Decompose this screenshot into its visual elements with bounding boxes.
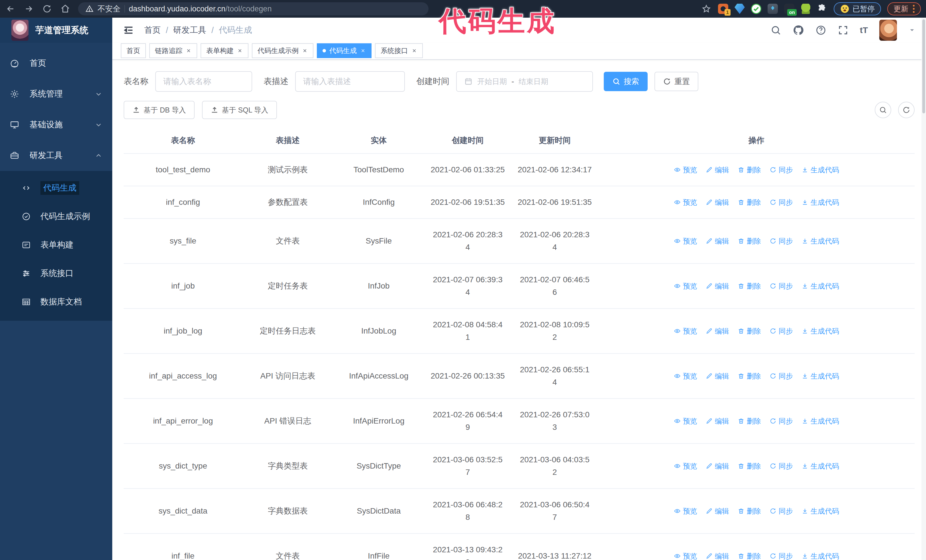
- action-download-link[interactable]: 生成代码: [802, 460, 839, 472]
- ext-icon-gem[interactable]: [735, 4, 745, 14]
- browser-back-icon[interactable]: [5, 3, 16, 14]
- tab-2[interactable]: 链路追踪: [149, 43, 197, 58]
- action-eye-link[interactable]: 预览: [674, 415, 697, 427]
- bookmark-star-icon[interactable]: [701, 3, 712, 14]
- close-icon[interactable]: [360, 48, 366, 54]
- action-trash-link[interactable]: 删除: [738, 415, 761, 427]
- sidebar-subitem-3[interactable]: 表单构建: [0, 231, 112, 259]
- action-pen-link[interactable]: 编辑: [706, 163, 729, 176]
- tab-5[interactable]: 代码生成: [317, 43, 372, 58]
- sidebar-item-1[interactable]: 首页: [0, 48, 112, 78]
- close-icon[interactable]: [302, 48, 308, 54]
- ext-icon-check-circle[interactable]: [751, 4, 761, 14]
- action-sync-link[interactable]: 同步: [770, 235, 793, 247]
- browser-reload-icon[interactable]: [42, 3, 53, 14]
- action-download-link[interactable]: 生成代码: [802, 415, 839, 427]
- action-download-link[interactable]: 生成代码: [802, 325, 839, 337]
- action-download-link[interactable]: 生成代码: [802, 280, 839, 292]
- action-eye-link[interactable]: 预览: [674, 325, 697, 337]
- reset-button[interactable]: 重置: [654, 72, 698, 91]
- action-download-link[interactable]: 生成代码: [802, 505, 839, 517]
- action-trash-link[interactable]: 删除: [738, 550, 761, 560]
- action-trash-link[interactable]: 删除: [738, 196, 761, 208]
- action-eye-link[interactable]: 预览: [674, 280, 697, 292]
- action-trash-link[interactable]: 删除: [738, 460, 761, 472]
- tab-4[interactable]: 代码生成示例: [252, 43, 313, 58]
- menu-fold-icon[interactable]: [123, 24, 135, 36]
- action-eye-link[interactable]: 预览: [674, 550, 697, 560]
- sidebar-subitem-2[interactable]: 代码生成示例: [0, 202, 112, 231]
- sidebar-item-4[interactable]: 研发工具: [0, 140, 112, 171]
- ext-icon-colorzilla[interactable]: 1: [718, 4, 728, 14]
- sidebar-subitem-5[interactable]: 数据库文档: [0, 288, 112, 316]
- action-sync-link[interactable]: 同步: [770, 280, 793, 292]
- action-sync-link[interactable]: 同步: [770, 370, 793, 382]
- sidebar-subitem-1[interactable]: 代码生成: [0, 174, 112, 202]
- browser-update-button[interactable]: 更新: [887, 2, 921, 15]
- action-trash-link[interactable]: 删除: [738, 325, 761, 337]
- import-sql-button[interactable]: 基于 SQL 导入: [202, 101, 277, 119]
- action-pen-link[interactable]: 编辑: [706, 235, 729, 247]
- action-download-link[interactable]: 生成代码: [802, 196, 839, 208]
- action-trash-link[interactable]: 删除: [738, 163, 761, 176]
- ext-icon-dark-on[interactable]: on: [784, 4, 794, 14]
- action-trash-link[interactable]: 删除: [738, 280, 761, 292]
- breadcrumb-home[interactable]: 首页: [144, 24, 161, 36]
- action-pen-link[interactable]: 编辑: [706, 460, 729, 472]
- tab-1[interactable]: 首页: [121, 43, 146, 58]
- breadcrumb-tools[interactable]: 研发工具: [173, 24, 206, 36]
- ext-icon-grid[interactable]: [767, 4, 778, 14]
- chevron-down-icon[interactable]: [908, 27, 916, 34]
- sidebar-subitem-4[interactable]: 系统接口: [0, 259, 112, 288]
- refresh-table-button[interactable]: [898, 102, 915, 118]
- header-search-icon[interactable]: [770, 25, 781, 36]
- profile-chip[interactable]: 已暂停: [834, 2, 881, 15]
- action-sync-link[interactable]: 同步: [770, 196, 793, 208]
- action-download-link[interactable]: 生成代码: [802, 550, 839, 560]
- browser-home-icon[interactable]: [60, 3, 71, 14]
- action-pen-link[interactable]: 编辑: [706, 370, 729, 382]
- browser-forward-icon[interactable]: [23, 3, 34, 14]
- close-icon[interactable]: [186, 48, 191, 54]
- end-date-placeholder[interactable]: 结束日期: [519, 77, 548, 87]
- action-pen-link[interactable]: 编辑: [706, 325, 729, 337]
- action-sync-link[interactable]: 同步: [770, 325, 793, 337]
- action-sync-link[interactable]: 同步: [770, 163, 793, 176]
- action-pen-link[interactable]: 编辑: [706, 196, 729, 208]
- ext-icon-robot[interactable]: [800, 4, 811, 14]
- fullscreen-icon[interactable]: [838, 25, 849, 36]
- action-sync-link[interactable]: 同步: [770, 550, 793, 560]
- address-bar[interactable]: 不安全 dashboard.yudao.iocoder.cn/tool/code…: [78, 2, 428, 15]
- github-icon[interactable]: [793, 24, 804, 36]
- close-icon[interactable]: [412, 48, 417, 54]
- action-eye-link[interactable]: 预览: [674, 163, 697, 176]
- action-pen-link[interactable]: 编辑: [706, 415, 729, 427]
- action-pen-link[interactable]: 编辑: [706, 550, 729, 560]
- action-trash-link[interactable]: 删除: [738, 370, 761, 382]
- page-scrollbar[interactable]: [921, 18, 926, 560]
- import-db-button[interactable]: 基于 DB 导入: [124, 101, 195, 119]
- page-scrollbar-thumb[interactable]: [922, 20, 925, 113]
- action-eye-link[interactable]: 预览: [674, 235, 697, 247]
- action-sync-link[interactable]: 同步: [770, 415, 793, 427]
- action-sync-link[interactable]: 同步: [770, 460, 793, 472]
- tab-3[interactable]: 表单构建: [201, 43, 248, 58]
- search-button[interactable]: 搜索: [604, 72, 648, 91]
- toggle-search-button[interactable]: [875, 102, 891, 118]
- table-desc-input[interactable]: [303, 77, 397, 86]
- table-name-input[interactable]: [163, 77, 244, 86]
- ext-icon-puzzle[interactable]: [817, 4, 828, 14]
- sidebar-item-3[interactable]: 基础设施: [0, 109, 112, 140]
- action-download-link[interactable]: 生成代码: [802, 163, 839, 176]
- action-pen-link[interactable]: 编辑: [706, 505, 729, 517]
- action-eye-link[interactable]: 预览: [674, 505, 697, 517]
- action-trash-link[interactable]: 删除: [738, 505, 761, 517]
- action-trash-link[interactable]: 删除: [738, 235, 761, 247]
- action-eye-link[interactable]: 预览: [674, 460, 697, 472]
- action-download-link[interactable]: 生成代码: [802, 370, 839, 382]
- action-download-link[interactable]: 生成代码: [802, 235, 839, 247]
- close-icon[interactable]: [237, 48, 243, 54]
- help-icon[interactable]: [816, 25, 826, 36]
- avatar[interactable]: [879, 20, 897, 41]
- action-eye-link[interactable]: 预览: [674, 196, 697, 208]
